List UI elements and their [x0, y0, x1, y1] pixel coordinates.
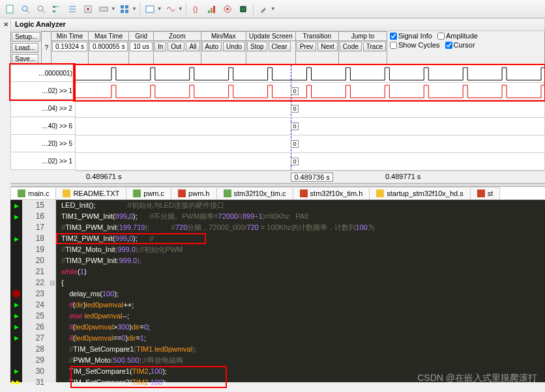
- fold-column: ⊟: [48, 200, 56, 382]
- toolbar-btn-settings[interactable]: [81, 2, 95, 16]
- chevron-down-icon[interactable]: ▼: [111, 6, 116, 12]
- waveform-row: 0: [76, 135, 544, 153]
- jump-to-label: Jump to: [339, 31, 387, 41]
- signal-info-checkbox[interactable]: Signal Info: [387, 31, 435, 40]
- tab-startup[interactable]: startup_stm32f10x_hd.s: [369, 187, 470, 199]
- waveform-row: 0: [76, 83, 544, 100]
- toolbar-btn-find[interactable]: [34, 2, 48, 16]
- zoom-in-button[interactable]: In: [155, 42, 166, 51]
- timeline-left: 0.489671 s: [86, 173, 121, 182]
- signal-name-row[interactable]: …40) >> 6: [10, 117, 76, 135]
- tab-pwm-h[interactable]: pwm.h: [171, 187, 216, 199]
- toolbar-btn-toggle[interactable]: [96, 2, 111, 16]
- waveform-row: 0: [76, 153, 544, 171]
- grid-label: Grid: [129, 31, 153, 41]
- jump-code-button[interactable]: Code: [340, 42, 362, 51]
- update-screen-label: Update Screen: [246, 31, 295, 41]
- signal-name-row[interactable]: …02) >> 1: [10, 82, 76, 100]
- timeline-right: 0.489771 s: [385, 173, 420, 182]
- svg-rect-20: [208, 10, 210, 13]
- toolbar-btn-chip[interactable]: [236, 2, 250, 16]
- toolbar-separator: [140, 3, 140, 16]
- cursor-checkbox[interactable]: Cursor: [443, 40, 478, 49]
- svg-rect-21: [211, 8, 213, 13]
- toolbar-btn-doc[interactable]: [3, 2, 17, 16]
- tab-readme[interactable]: README.TXT: [55, 187, 126, 199]
- signal-value-badge: 0: [291, 122, 299, 130]
- svg-point-3: [38, 6, 43, 11]
- toolbar-btn-search[interactable]: [18, 2, 33, 16]
- signal-value-badge: 0: [291, 105, 299, 113]
- close-panel-button[interactable]: ✕: [1, 20, 10, 29]
- signal-name-row[interactable]: …0000001): [10, 64, 76, 82]
- svg-line-2: [27, 10, 29, 13]
- signal-value-badge: 0: [291, 140, 299, 148]
- toolbar-btn-list[interactable]: [65, 2, 80, 16]
- svg-rect-25: [241, 7, 246, 12]
- transition-prev-button[interactable]: Prev: [297, 42, 317, 51]
- zoom-out-button[interactable]: Out: [168, 42, 184, 51]
- toolbar-btn-grid[interactable]: [117, 2, 132, 16]
- logic-analyzer-title: Logic Analyzer: [10, 18, 545, 31]
- zoom-all-button[interactable]: All: [186, 42, 199, 51]
- waveform-row: [76, 65, 544, 83]
- signal-name-column: …0000001) …02) >> 1 …04) >> 2 …40) >> 6 …: [10, 64, 76, 171]
- svg-rect-29: [178, 189, 186, 197]
- svg-rect-26: [18, 189, 25, 197]
- setup-button[interactable]: Setup...: [12, 32, 40, 42]
- svg-rect-15: [125, 5, 128, 8]
- svg-rect-33: [477, 189, 485, 197]
- minmax-auto-button[interactable]: Auto: [202, 42, 222, 51]
- toolbar-btn-tool[interactable]: [256, 2, 271, 16]
- update-stop-button[interactable]: Stop: [247, 42, 267, 51]
- tab-st[interactable]: st: [470, 187, 501, 199]
- tab-tim-c[interactable]: stm32f10x_tim.c: [216, 187, 293, 199]
- timeline: 0.489671 s 0.489736 s 0.489771 s: [86, 171, 545, 183]
- help-button[interactable]: ?: [42, 31, 51, 64]
- main-toolbar: ▼ ▼ ▼ ▼ {} ▼: [0, 0, 545, 18]
- update-clear-button[interactable]: Clear: [269, 42, 291, 51]
- chevron-down-icon[interactable]: ▼: [178, 6, 183, 12]
- svg-point-24: [226, 8, 229, 10]
- svg-rect-22: [213, 6, 215, 13]
- jump-trace-button[interactable]: Trace: [363, 42, 386, 51]
- amplitude-checkbox[interactable]: Amplitude: [435, 31, 480, 40]
- chevron-down-icon[interactable]: ▼: [157, 6, 162, 12]
- code-editor[interactable]: ▶▶▶▶▶▶▶▶▶▶ 15161718192021222324252627282…: [10, 200, 545, 382]
- tab-pwm-c[interactable]: pwm.c: [126, 187, 171, 199]
- toolbar-btn-wave[interactable]: [164, 2, 178, 16]
- gutter-marks: ▶▶▶▶▶▶▶▶▶▶: [10, 200, 22, 382]
- toolbar-btn-target[interactable]: [220, 2, 235, 16]
- signal-name-row[interactable]: …02) >> 1: [10, 152, 76, 170]
- signal-name-row[interactable]: …04) >> 2: [10, 100, 76, 117]
- toolbar-btn-window[interactable]: [143, 2, 157, 16]
- svg-point-1: [22, 6, 27, 11]
- svg-text:{}: {}: [193, 5, 198, 13]
- chevron-down-icon[interactable]: ▼: [271, 6, 276, 12]
- code-content[interactable]: LED_Init(); //初始化与LED连接的硬件接口TIM1_PWM_Ini…: [56, 200, 545, 382]
- toolbar-btn-brace[interactable]: {}: [189, 2, 203, 16]
- toolbar-btn-tree[interactable]: [50, 2, 64, 16]
- save-button[interactable]: Save...: [12, 54, 38, 64]
- svg-rect-28: [133, 189, 141, 197]
- min-time-label: Min Time: [52, 31, 88, 41]
- show-cycles-checkbox[interactable]: Show Cycles: [387, 40, 443, 49]
- load-button[interactable]: Load...: [12, 43, 38, 53]
- svg-rect-16: [121, 10, 124, 13]
- waveform-canvas[interactable]: 0 0 0 0 0: [76, 64, 545, 171]
- toolbar-btn-spectrum[interactable]: [205, 2, 219, 16]
- svg-rect-32: [376, 189, 384, 197]
- signal-name-row[interactable]: …20) >> 5: [10, 135, 76, 152]
- chevron-down-icon[interactable]: ▼: [132, 6, 137, 12]
- tab-tim-h[interactable]: stm32f10x_tim.h: [293, 187, 370, 199]
- tab-main-c[interactable]: main.c: [10, 187, 56, 199]
- transition-next-button[interactable]: Next: [317, 42, 338, 51]
- svg-rect-5: [53, 6, 55, 8]
- editor-tabs: main.c README.TXT pwm.c pwm.h stm32f10x_…: [10, 187, 545, 200]
- timeline-cursor: 0.489736 s: [291, 173, 332, 182]
- toolbar-separator: [186, 3, 186, 16]
- minmax-undo-button[interactable]: Undo: [223, 42, 245, 51]
- svg-rect-27: [63, 189, 70, 197]
- signal-value-badge: 0: [291, 158, 299, 165]
- svg-rect-17: [125, 10, 128, 13]
